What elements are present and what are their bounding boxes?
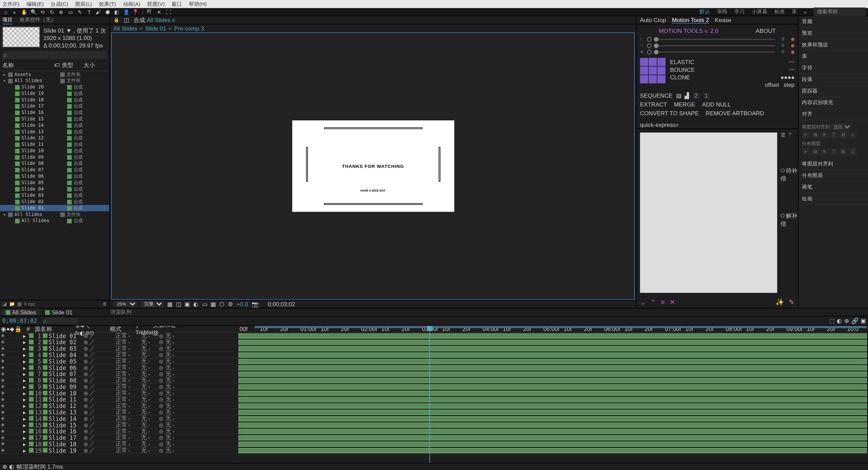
- dock-panel[interactable]: 画笔: [798, 182, 868, 193]
- seq-icon[interactable]: ▤: [676, 93, 681, 99]
- ws-review[interactable]: 审阅: [717, 8, 728, 16]
- home-icon[interactable]: ⌂: [2, 8, 9, 15]
- guide-icon[interactable]: ◫: [176, 301, 181, 307]
- project-item[interactable]: Slide 07合成: [0, 167, 110, 173]
- render-queue[interactable]: 渲染队列: [107, 309, 135, 316]
- layer-bar[interactable]: [237, 435, 868, 441]
- dock-panel[interactable]: 字符: [798, 62, 868, 74]
- layer-bar[interactable]: [237, 403, 868, 409]
- project-search[interactable]: [2, 51, 107, 59]
- work-area[interactable]: [255, 326, 867, 328]
- project-item[interactable]: All Slides合成: [0, 218, 110, 224]
- project-item[interactable]: Slide 02合成: [0, 198, 110, 205]
- qe-down-icon[interactable]: ⌄: [640, 298, 646, 306]
- tab-motiontools[interactable]: Motion Tools 2: [672, 17, 709, 23]
- dock-panel[interactable]: 段落: [798, 74, 868, 85]
- project-item[interactable]: Slide 03合成: [0, 192, 110, 199]
- menu-item[interactable]: 窗口: [172, 0, 182, 8]
- qe-up-icon[interactable]: ⌃: [650, 298, 656, 306]
- gear-icon[interactable]: ⚙: [228, 301, 233, 307]
- menu-item[interactable]: 效果(T): [99, 0, 116, 8]
- ws-more-icon[interactable]: »: [804, 9, 807, 15]
- menu-item[interactable]: 编辑(E): [26, 0, 44, 8]
- qe-close-icon[interactable]: ✕: [670, 298, 675, 306]
- timecode[interactable]: 0;00;03;02: [268, 301, 295, 307]
- dock-panel[interactable]: 内容识别填充: [798, 97, 868, 109]
- tl-icon[interactable]: ◐: [837, 318, 842, 324]
- project-item[interactable]: Slide 06合成: [0, 173, 110, 179]
- snapshot-icon[interactable]: 📷: [252, 301, 258, 307]
- project-item[interactable]: Slide 11合成: [0, 141, 110, 148]
- trash-icon[interactable]: 🗑: [102, 301, 107, 307]
- project-item[interactable]: Slide 12合成: [0, 135, 110, 141]
- menu-item[interactable]: 文件(F): [2, 0, 19, 8]
- seq-stair-icon[interactable]: ▟: [685, 93, 689, 99]
- anchor-grid[interactable]: [640, 58, 666, 89]
- ws-default[interactable]: 默认: [699, 8, 710, 16]
- crumb-2[interactable]: Pre-comp 3: [174, 25, 204, 32]
- col-name[interactable]: 名称: [2, 61, 55, 70]
- menu-item[interactable]: 合成(C): [51, 0, 68, 8]
- lock-icon[interactable]: 🔒: [114, 17, 119, 22]
- project-item[interactable]: Slide 10合成: [0, 148, 110, 154]
- puppet-icon[interactable]: 📍: [132, 8, 139, 15]
- trash-icon[interactable]: 🗑: [781, 131, 786, 138]
- menu-item[interactable]: 动画(A): [123, 0, 140, 8]
- dock-panel[interactable]: 库: [798, 51, 868, 62]
- layer-row[interactable]: ◉▸19Slide 19⊕／正常▾无▾⊚无▾: [0, 447, 237, 454]
- merge-button[interactable]: MERGE: [674, 101, 695, 108]
- ws-learn[interactable]: 学习: [734, 8, 745, 16]
- layer-bar[interactable]: [237, 358, 868, 365]
- layer-bar[interactable]: [237, 371, 868, 377]
- layer-bar[interactable]: [237, 422, 868, 428]
- crumb-1[interactable]: Slide 01: [145, 25, 166, 32]
- text-icon[interactable]: T: [86, 8, 93, 15]
- project-item[interactable]: ▾All Slides文件夹: [0, 211, 110, 218]
- rect-icon[interactable]: ▭: [67, 8, 74, 15]
- dock-panel[interactable]: 跟踪器: [798, 86, 868, 97]
- project-item[interactable]: Slide 17合成: [0, 103, 110, 110]
- layer-bar[interactable]: [237, 441, 868, 448]
- dock-panel[interactable]: 分布图层: [798, 170, 868, 182]
- layer-bar[interactable]: [237, 396, 868, 403]
- channel-icon[interactable]: ◐: [193, 301, 198, 307]
- region-icon[interactable]: ▭: [202, 301, 207, 307]
- layer-bar[interactable]: [237, 409, 868, 416]
- layer-bar[interactable]: [237, 384, 868, 390]
- layer-bar[interactable]: [237, 339, 868, 346]
- tl-icon[interactable]: ⬚: [829, 318, 834, 324]
- tab-project[interactable]: 项目: [2, 16, 13, 24]
- project-item[interactable]: Slide 01合成: [0, 205, 110, 211]
- tl-search[interactable]: [43, 318, 77, 324]
- new-comp-icon[interactable]: ▦: [17, 301, 22, 307]
- project-item[interactable]: Slide 09合成: [0, 154, 110, 160]
- dock-panel[interactable]: 对齐: [798, 109, 868, 120]
- qe-picker-icon[interactable]: ✎: [789, 298, 794, 306]
- tab-autocrop[interactable]: Auto Crop: [640, 17, 666, 23]
- project-item[interactable]: Slide 15合成: [0, 116, 110, 122]
- zoom-icon[interactable]: 🔍: [30, 8, 37, 15]
- dock-panel[interactable]: 绘画: [798, 193, 868, 205]
- tl-icon[interactable]: 🔗: [851, 318, 858, 324]
- exposure[interactable]: +0.0: [237, 301, 248, 307]
- orbit-icon[interactable]: ⟲: [39, 8, 46, 15]
- bpc-toggle[interactable]: 8 bpc: [24, 301, 36, 307]
- layer-bar[interactable]: [237, 428, 868, 435]
- interpret-icon[interactable]: ◪: [2, 301, 7, 307]
- res-select[interactable]: 完整: [141, 301, 164, 307]
- layer-bar[interactable]: [237, 333, 868, 339]
- menu-item[interactable]: 图层(L): [75, 0, 92, 8]
- project-tree[interactable]: ▸Assets文件夹▾All Slides文件夹Slide 20合成Slide …: [0, 71, 110, 300]
- project-item[interactable]: Slide 14合成: [0, 122, 110, 129]
- 3d-icon[interactable]: ⬡: [219, 301, 224, 307]
- mask-icon[interactable]: ▣: [184, 301, 190, 307]
- col-size[interactable]: 大小: [83, 61, 95, 70]
- brush-icon[interactable]: 🖌: [95, 8, 102, 15]
- ws-lib[interactable]: 库: [792, 8, 797, 16]
- qe-magic-icon[interactable]: ✨: [775, 298, 784, 306]
- project-item[interactable]: Slide 19合成: [0, 90, 110, 97]
- remove-artboard-button[interactable]: REMOVE ARTBOARD: [706, 110, 764, 116]
- anchor-icon[interactable]: ⊕: [58, 8, 65, 15]
- crumb-0[interactable]: All Slides: [114, 25, 137, 32]
- dock-panel[interactable]: 音频: [798, 16, 868, 28]
